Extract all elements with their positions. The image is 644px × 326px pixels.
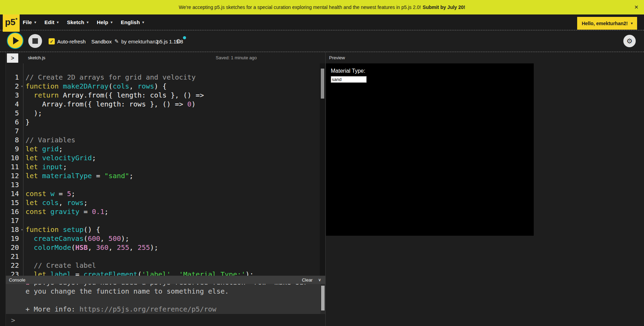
menu-file[interactable]: File ▾ [23, 19, 36, 25]
code-line: 4 Array.from({ length: rows }, () => 0) [6, 100, 325, 109]
line-number: 11 [6, 162, 23, 171]
code-line-text: colorMode(HSB, 360, 255, 255); [23, 243, 158, 252]
console-log-lines: ✿ p5.js says: you have used a p5.js rese… [6, 284, 325, 314]
editor-header: > sketch.js Saved: 1 minute ago [6, 52, 325, 63]
close-icon[interactable]: ✕ [634, 4, 638, 11]
console-prompt[interactable]: > [6, 314, 325, 326]
auto-refresh-checkbox[interactable]: ✓ [49, 38, 55, 44]
console-header: Console Clear ∨ [6, 276, 325, 284]
code-lines: 1// Create 2D arrays for grid and veloci… [6, 63, 325, 276]
code-line-text: Array.from({ length: rows }, () => 0) [23, 100, 196, 109]
fold-arrow-icon[interactable]: ▾ [21, 225, 23, 234]
main-area: > sketch.js Saved: 1 minute ago 1// Crea… [0, 52, 644, 326]
line-number: 10 [6, 153, 23, 162]
console-line: + More info: https://p5js.org/reference/… [25, 305, 325, 314]
preferences-button[interactable]: ⚙ [623, 35, 636, 47]
code-line-text: let velocityGrid; [23, 153, 96, 162]
code-line: 9let grid; [6, 144, 325, 153]
chevron-right-icon: > [11, 55, 14, 61]
chevron-down-icon: ▾ [142, 20, 144, 24]
code-line-text: ); [23, 109, 42, 118]
play-icon [13, 37, 19, 44]
code-line-text [23, 252, 25, 261]
code-line: 11let input; [6, 162, 325, 171]
line-number: 7 [6, 126, 23, 135]
code-line: 15let cols, rows; [6, 198, 325, 207]
code-line-text: let input; [23, 162, 67, 171]
code-line: 6} [6, 118, 325, 126]
line-number: 5 [6, 109, 23, 118]
sketch-canvas[interactable]: Material Type: [326, 63, 534, 236]
p5-web-editor: We're accepting p5.js sketches for a spe… [0, 0, 644, 326]
console-collapse-icon[interactable]: ∨ [318, 277, 321, 282]
menu-help[interactable]: Help ▾ [97, 19, 113, 25]
menu-language[interactable]: English ▾ [121, 19, 144, 25]
code-line-text: function make2DArray(cols, rows) { [23, 82, 166, 91]
code-line: 10let velocityGrid; [6, 153, 325, 162]
line-number: 6 [6, 118, 23, 126]
line-number: 22 [6, 261, 23, 270]
code-line-text: // Create 2D arrays for grid and velocit… [23, 73, 196, 82]
reference-link[interactable]: https://p5js.org/reference/p5/row [80, 305, 216, 313]
console-clear-button[interactable]: Clear [302, 277, 313, 283]
code-line-text: let grid; [23, 144, 63, 153]
check-icon: ✓ [50, 39, 54, 44]
line-number: 4 [6, 100, 23, 109]
line-number: 16 [6, 207, 23, 216]
line-number: 8 [6, 135, 23, 144]
user-account-button[interactable]: Hello, emekturhan2! ▾ [577, 17, 637, 30]
line-number: 15 [6, 198, 23, 207]
announcement-cta[interactable]: Submit by July 20! [423, 4, 466, 10]
code-line: 5 ); [6, 109, 325, 118]
preview-pane: Preview Material Type: [326, 52, 644, 326]
code-line: 22 // Create label [6, 261, 325, 270]
console-scrollbar [320, 284, 325, 314]
line-number: 18▾ [6, 225, 23, 234]
version-settings-gear-icon[interactable]: ⚙ [176, 38, 181, 45]
line-number: 20 [6, 243, 23, 252]
chevron-down-icon: ▾ [34, 20, 36, 24]
code-line-text: let cols, rows; [23, 198, 88, 207]
code-line: 2▾function make2DArray(cols, rows) { [6, 82, 325, 91]
sidebar-expand-button[interactable]: > [7, 53, 18, 63]
code-line-text [23, 126, 25, 135]
code-line: 21 [6, 252, 325, 261]
material-type-label: Material Type: [331, 68, 529, 74]
code-line: 3 return Array.from({ length: cols }, ()… [6, 91, 325, 100]
chevron-down-icon: ▾ [111, 20, 112, 24]
editor-scrollbar-thumb[interactable] [321, 69, 324, 99]
code-line-text: const gravity = 0.1; [23, 207, 109, 216]
code-line: 16const gravity = 0.1; [6, 207, 325, 216]
play-button[interactable] [7, 32, 23, 49]
announcement-text: We're accepting p5.js sketches for a spe… [179, 4, 421, 10]
line-number: 1 [6, 73, 23, 82]
menu-sketch[interactable]: Sketch ▾ [67, 19, 89, 25]
console-title: Console [9, 277, 25, 283]
material-type-input[interactable] [331, 76, 367, 83]
console-line: ✿ p5.js says: you have used a p5.js rese… [25, 284, 325, 287]
line-number: 9 [6, 144, 23, 153]
code-line: 13 [6, 180, 325, 189]
stop-icon [32, 38, 38, 44]
tab-sketch-js[interactable]: sketch.js [28, 55, 45, 60]
edit-project-name-icon[interactable]: ✎ [114, 38, 119, 44]
top-nav: p5* File ▾ Edit ▾ Sketch ▾ Help ▾ Englis… [0, 14, 644, 30]
code-line: 7 [6, 126, 325, 135]
menu-edit[interactable]: Edit ▾ [44, 19, 59, 25]
code-line: 12let materialType = "sand"; [6, 171, 325, 180]
announcement-banner: We're accepting p5.js sketches for a spe… [0, 0, 644, 14]
code-editor[interactable]: 1// Create 2D arrays for grid and veloci… [6, 63, 325, 276]
editor-pane: > sketch.js Saved: 1 minute ago 1// Crea… [6, 52, 326, 326]
fold-arrow-icon[interactable]: ▾ [21, 82, 23, 91]
sidebar-collapsed-strip [0, 52, 6, 326]
code-line-text: } [23, 118, 30, 126]
code-line: 1// Create 2D arrays for grid and veloci… [6, 73, 325, 82]
project-name: Sandbox [91, 39, 112, 44]
p5-logo[interactable]: p5* [3, 14, 20, 32]
chevron-down-icon: ▾ [631, 21, 633, 25]
console-scrollbar-thumb[interactable] [321, 286, 325, 310]
stop-button[interactable] [28, 34, 42, 48]
code-line: 19 createCanvas(600, 500); [6, 234, 325, 243]
code-line-text: let label = createElement('label', 'Mate… [23, 270, 254, 276]
logo-asterisk: * [16, 14, 18, 25]
